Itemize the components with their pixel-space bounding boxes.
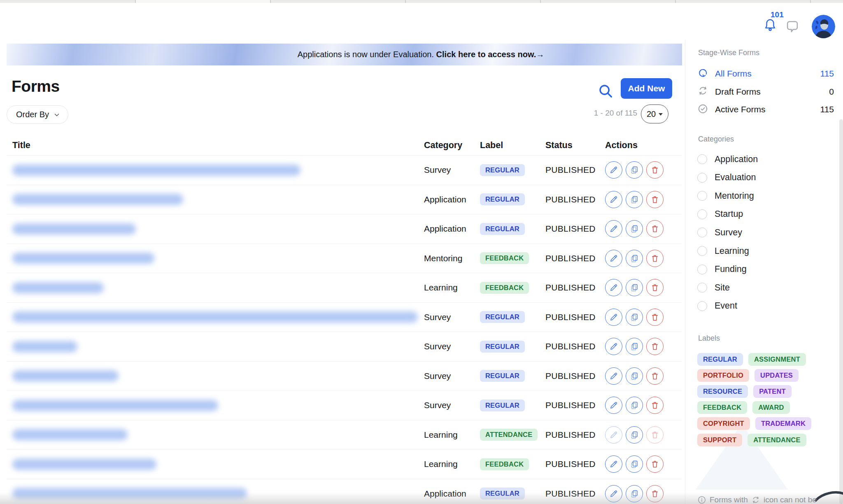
order-by-dropdown[interactable]: Order By <box>7 105 68 124</box>
edit-button[interactable] <box>605 220 622 237</box>
label-filter-portfolio[interactable]: PORTFOLIO <box>697 369 749 382</box>
form-title-link-redacted[interactable] <box>12 253 154 264</box>
page-size-dropdown[interactable]: 20 <box>641 105 668 123</box>
form-title-link-redacted[interactable] <box>12 400 218 411</box>
duplicate-button[interactable] <box>626 220 643 237</box>
delete-button[interactable] <box>646 426 664 444</box>
label-filter-patent[interactable]: PATENT <box>753 385 792 398</box>
table-row: SurveyREGULARPUBLISHED <box>7 303 682 332</box>
label-filter-award[interactable]: AWARD <box>752 401 789 414</box>
edit-button[interactable] <box>605 485 622 502</box>
footer-note-prefix: Forms with <box>710 495 748 504</box>
delete-button[interactable] <box>646 338 664 355</box>
search-icon[interactable] <box>598 83 613 99</box>
label-badge: FEEDBACK <box>480 458 529 470</box>
duplicate-button[interactable] <box>626 309 643 326</box>
edit-button[interactable] <box>605 250 622 267</box>
duplicate-button[interactable] <box>626 485 643 502</box>
edit-button[interactable] <box>605 309 622 326</box>
duplicate-button[interactable] <box>626 338 643 355</box>
radio-icon[interactable] <box>697 283 707 293</box>
delete-button[interactable] <box>646 309 664 326</box>
evaluation-announcement-banner[interactable]: Applications is now under Evaluation. Cl… <box>7 44 682 65</box>
duplicate-button[interactable] <box>626 397 643 414</box>
category-filter-evaluation[interactable]: Evaluation <box>697 170 834 186</box>
category-filter-site[interactable]: Site <box>697 279 834 296</box>
category-filter-event[interactable]: Event <box>697 298 834 314</box>
edit-button[interactable] <box>605 367 622 385</box>
label-filter-feedback[interactable]: FEEDBACK <box>697 401 747 414</box>
edit-button[interactable] <box>605 279 622 296</box>
status-cell: PUBLISHED <box>545 371 605 381</box>
sync-icon <box>751 495 760 504</box>
form-title-link-redacted[interactable] <box>12 459 156 470</box>
forms-table: TitleCategoryLabelStatusActions SurveyRE… <box>7 136 682 504</box>
delete-button[interactable] <box>646 191 664 208</box>
stage-filter-all-forms[interactable]: All Forms115 <box>697 65 834 82</box>
delete-button[interactable] <box>646 367 664 385</box>
label-filter-attendance[interactable]: ATTENDANCE <box>748 434 806 446</box>
label-filter-regular[interactable]: REGULAR <box>697 353 743 366</box>
delete-button[interactable] <box>646 455 664 473</box>
category-filter-learning[interactable]: Learning <box>697 243 834 259</box>
form-title-link-redacted[interactable] <box>12 370 119 381</box>
label-filter-copyright[interactable]: COPYRIGHT <box>697 417 750 430</box>
edit-button[interactable] <box>605 338 622 355</box>
category-filter-application[interactable]: Application <box>697 151 834 167</box>
label-filter-assignment[interactable]: ASSIGNMENT <box>748 353 806 366</box>
form-title-link-redacted[interactable] <box>12 488 247 499</box>
form-title-link-redacted[interactable] <box>12 223 136 235</box>
category-filter-mentoring[interactable]: Mentoring <box>697 188 834 204</box>
duplicate-button[interactable] <box>626 161 643 179</box>
form-title-link-redacted[interactable] <box>12 165 300 176</box>
edit-button[interactable] <box>605 397 622 414</box>
delete-button[interactable] <box>646 250 664 267</box>
label-filter-resource[interactable]: RESOURCE <box>697 385 748 398</box>
category-filter-funding[interactable]: Funding <box>697 261 834 278</box>
duplicate-button[interactable] <box>626 367 643 385</box>
delete-button[interactable] <box>646 220 664 237</box>
edit-button[interactable] <box>605 455 622 473</box>
category-filter-survey[interactable]: Survey <box>697 224 834 241</box>
label-filter-updates[interactable]: UPDATES <box>755 369 799 382</box>
edit-button[interactable] <box>605 426 622 444</box>
footer-note-suffix: icon can not be <box>764 495 817 504</box>
form-title-link-redacted[interactable] <box>12 282 104 293</box>
radio-icon[interactable] <box>697 246 707 256</box>
radio-icon[interactable] <box>697 173 707 183</box>
duplicate-button[interactable] <box>626 426 643 444</box>
category-cell: Survey <box>424 371 480 381</box>
radio-icon[interactable] <box>697 209 707 219</box>
radio-icon[interactable] <box>697 228 707 237</box>
duplicate-button[interactable] <box>626 250 643 267</box>
form-title-link-redacted[interactable] <box>12 194 183 205</box>
label-filter-trademark[interactable]: TRADEMARK <box>755 417 811 430</box>
duplicate-button[interactable] <box>626 455 643 473</box>
edit-button[interactable] <box>605 191 622 208</box>
edit-button[interactable] <box>605 161 622 179</box>
label-badge: REGULAR <box>480 164 525 176</box>
form-title-link-redacted[interactable] <box>12 429 128 440</box>
form-title-link-redacted[interactable] <box>12 341 77 352</box>
stage-filter-draft-forms[interactable]: Draft Forms0 <box>697 83 834 100</box>
delete-button[interactable] <box>646 397 664 414</box>
radio-icon[interactable] <box>697 154 707 164</box>
delete-button[interactable] <box>646 161 664 179</box>
add-new-button[interactable]: Add New <box>621 78 672 99</box>
label-filter-support[interactable]: SUPPORT <box>697 434 742 446</box>
status-cell: PUBLISHED <box>545 341 605 351</box>
duplicate-button[interactable] <box>626 191 643 208</box>
category-filter-startup[interactable]: Startup <box>697 206 834 223</box>
form-title-link-redacted[interactable] <box>12 311 418 323</box>
category-cell: Learning <box>424 459 480 469</box>
radio-icon[interactable] <box>697 265 707 274</box>
radio-icon[interactable] <box>697 301 707 311</box>
duplicate-button[interactable] <box>626 279 643 296</box>
status-cell: PUBLISHED <box>545 489 605 499</box>
delete-button[interactable] <box>646 485 664 502</box>
banner-cta-link[interactable]: Click here to access now. <box>436 50 536 59</box>
delete-button[interactable] <box>646 279 664 296</box>
stage-filter-active-forms[interactable]: Active Forms115 <box>697 101 834 118</box>
label-badge: REGULAR <box>480 341 525 353</box>
radio-icon[interactable] <box>697 191 707 201</box>
